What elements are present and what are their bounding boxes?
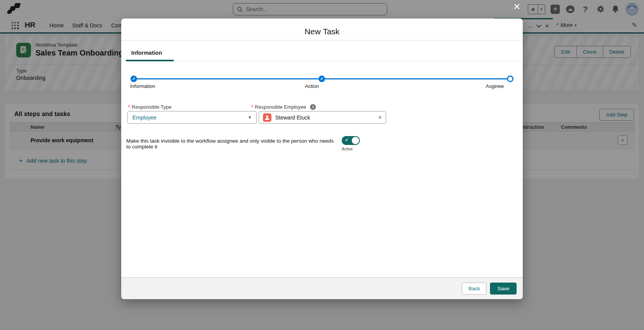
responsible-employee-label: * Responsible Employee i xyxy=(251,104,316,110)
required-marker: * xyxy=(251,104,253,110)
app-window: ★ ▾ + ? xyxy=(0,0,644,330)
back-button[interactable]: Back xyxy=(462,283,486,295)
divider xyxy=(121,40,523,40)
modal-tabs: Information xyxy=(126,45,518,61)
progress-step-action-icon[interactable]: ✓ xyxy=(319,76,325,82)
progress-step-information-icon[interactable]: ✓ xyxy=(130,76,137,82)
active-toggle-label: Active xyxy=(342,146,360,151)
progress-label-asginee: Asginee xyxy=(486,83,504,89)
info-icon[interactable]: i xyxy=(310,104,316,110)
toggle-knob xyxy=(352,137,359,144)
clear-selection-icon[interactable]: × xyxy=(378,114,382,121)
responsible-type-label: * Responsible Type xyxy=(128,104,171,110)
modal-footer: Back Save xyxy=(121,277,523,299)
modal-title: New Task xyxy=(121,27,523,36)
required-marker: * xyxy=(128,104,130,110)
select-caret-icon: ▼ xyxy=(248,115,252,120)
responsible-employee-field[interactable]: Steward Etuck × xyxy=(259,111,386,124)
responsible-employee-value: Steward Etuck xyxy=(275,114,375,121)
active-toggle-wrap: ✓ Active xyxy=(342,136,360,151)
save-button[interactable]: Save xyxy=(490,283,517,295)
tab-information[interactable]: Information xyxy=(126,45,174,61)
new-task-modal: New Task Information ✓ ✓ Information Act… xyxy=(121,19,523,299)
responsible-type-value: Employee xyxy=(132,114,248,121)
active-toggle[interactable]: ✓ xyxy=(342,136,360,145)
visibility-row: Make this task invisible to the workflow… xyxy=(126,136,360,151)
toggle-check-icon: ✓ xyxy=(345,137,349,143)
responsible-type-select[interactable]: Employee ▼ xyxy=(127,111,257,124)
progress-label-information: Information xyxy=(130,83,155,89)
modal-close-icon[interactable]: × xyxy=(514,1,520,12)
progress-step-asginee-icon[interactable] xyxy=(507,76,514,82)
employee-avatar-icon xyxy=(263,113,271,122)
visibility-note: Make this task invisible to the workflow… xyxy=(126,136,339,150)
progress-label-action: Action xyxy=(305,83,319,89)
